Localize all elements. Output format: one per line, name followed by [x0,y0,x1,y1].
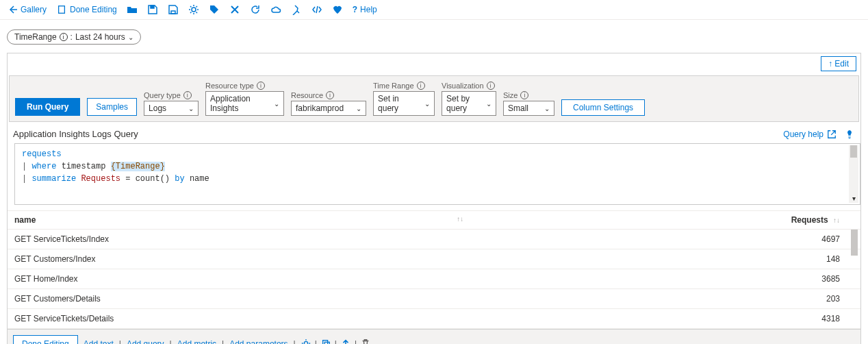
step-settings-button[interactable] [301,339,311,345]
add-query-label: Add query [127,339,164,344]
pin-icon [291,4,302,15]
timerange-select[interactable]: Set in query⌄ [373,91,435,116]
size-select[interactable]: Small⌄ [503,101,554,116]
col-requests-label: Requests [791,215,828,225]
code-button[interactable] [311,4,322,15]
query-text[interactable]: requests | where timestamp {TimeRange} |… [15,144,860,204]
table-row[interactable]: GET ServiceTickets/Index4697 [8,230,860,249]
cell-name: GET Customers/Index [8,249,621,269]
scroll-thumb[interactable] [850,145,857,158]
scroll-thumb[interactable] [851,230,858,256]
info-icon: i [60,33,68,41]
gear-icon [301,339,311,345]
arrow-up-icon [341,339,350,345]
separator: | [119,339,121,344]
edit-label: ↑ Edit [828,59,849,69]
refresh-button[interactable] [250,4,261,15]
query-help-link[interactable]: Query help [783,130,837,139]
intellisense-button[interactable] [844,130,855,139]
clear-button[interactable] [229,4,240,15]
help-link[interactable]: ? Help [353,5,377,14]
code-where: where [31,162,56,171]
table-row[interactable]: GET ServiceTickets/Details4318 [8,309,860,329]
done-editing-label: Done Editing [70,5,117,14]
code-fn: count() [136,174,170,184]
tag-button[interactable] [209,4,220,15]
query-type-select[interactable]: Logs⌄ [144,101,199,116]
col-requests-header[interactable]: Requests ↑↓ [621,211,860,230]
table-scrollbar[interactable] [850,230,859,329]
table-row[interactable]: GET Home/Index3685 [8,269,860,289]
timerange-value: Last 24 hours [75,32,125,42]
tag-icon [209,4,220,15]
cell-requests: 4697 [621,230,860,249]
save-as-button[interactable] [168,4,179,15]
run-query-button[interactable]: Run Query [15,98,80,116]
info-icon: i [183,91,192,99]
query-type-value: Logs [149,103,166,113]
chevron-down-icon: ⌄ [486,100,492,108]
scroll-down-icon[interactable]: ▾ [849,195,858,203]
col-name-header[interactable]: name ↑↓ [8,211,621,230]
column-settings-button[interactable]: Column Settings [561,99,645,116]
timerange-name: TimeRange [14,32,57,42]
add-text-link[interactable]: Add text [84,339,114,344]
table-row[interactable]: GET Customers/Index148 [8,249,860,269]
samples-button[interactable]: Samples [87,98,137,116]
move-up-button[interactable] [341,339,350,345]
cell-name: GET Home/Index [8,269,621,289]
done-editing-top[interactable]: Done Editing [56,5,117,14]
sort-indicator-icon: ↑↓ [457,215,463,223]
clone-step-button[interactable] [321,339,331,345]
editor-scrollbar[interactable]: ▴ ▾ [849,145,858,203]
separator: | [294,339,296,344]
code-alias: Requests [81,174,120,184]
cloud-button[interactable] [270,4,281,15]
resource-group: Resourcei fabrikamprod⌄ [291,91,366,116]
save-button[interactable] [147,4,158,15]
chevron-down-icon: ⌄ [544,105,550,112]
section-header: Application Insights Logs Query Query he… [8,122,860,143]
query-editor[interactable]: requests | where timestamp {TimeRange} |… [14,143,860,205]
edit-step-button[interactable]: ↑ Edit [821,56,856,71]
resource-type-value: Application Insights [210,94,268,113]
done-editing-label: Done Editing [22,339,69,344]
x-icon [229,4,240,15]
add-metric-link[interactable]: Add metric [177,339,216,344]
resource-type-select[interactable]: Application Insights⌄ [205,91,284,116]
settings-button[interactable] [188,4,199,15]
favorite-button[interactable] [332,4,343,15]
gear-icon [188,4,199,15]
visualization-select[interactable]: Set by query⌄ [442,91,496,116]
size-value: Small [508,103,528,113]
done-editing-bottom[interactable]: Done Editing [13,335,78,344]
visualization-label: Visualization [442,82,484,90]
info-icon: i [417,82,425,90]
cell-requests: 203 [621,289,860,309]
add-query-link[interactable]: Add query [127,339,164,344]
add-parameters-link[interactable]: Add parameters [229,339,288,344]
sort-indicator-icon: ↑↓ [833,217,840,224]
chevron-down-icon: ⌄ [128,34,133,41]
separator: | [315,339,317,344]
svg-point-3 [192,8,196,12]
pin-button[interactable] [291,4,302,15]
timerange-label: Time Range [373,82,414,90]
code-token: {TimeRange} [111,162,165,171]
resource-select[interactable]: fabrikamprod⌄ [291,101,366,116]
query-help-label: Query help [783,130,824,139]
samples-label: Samples [96,102,128,112]
resource-type-group: Resource typei Application Insights⌄ [205,82,284,116]
code-by: by [175,174,184,184]
timerange-pill[interactable]: TimeRange i : Last 24 hours ⌄ [7,29,141,45]
delete-step-button[interactable] [361,339,370,345]
gallery-link[interactable]: Gallery [7,4,47,15]
separator: | [355,339,357,344]
table-row[interactable]: GET Customers/Details203 [8,289,860,309]
open-folder-button[interactable] [127,4,138,15]
code-pipe: | [22,162,27,171]
code-icon [311,4,322,15]
visualization-value: Set by query [446,94,481,113]
results-table: name ↑↓ Requests ↑↓ GET ServiceTickets/I… [8,210,860,329]
cloud-icon [270,4,281,15]
